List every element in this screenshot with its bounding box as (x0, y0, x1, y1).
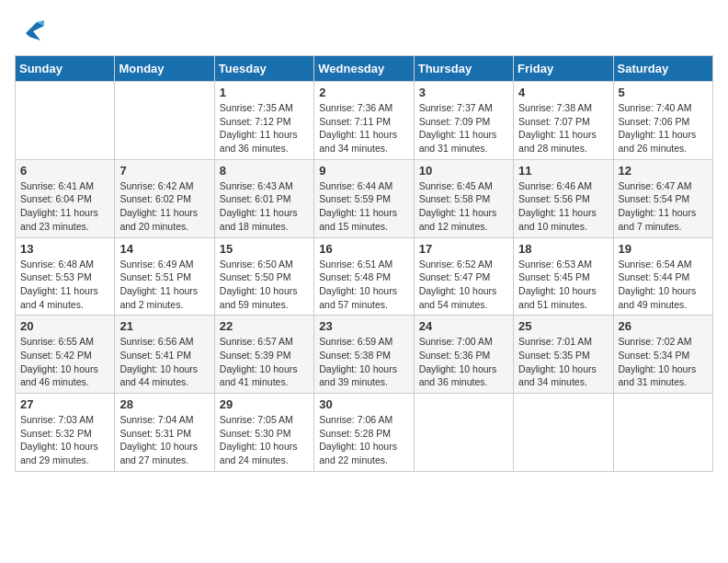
calendar-cell: 17Sunrise: 6:52 AM Sunset: 5:47 PM Dayli… (414, 237, 513, 316)
day-number: 20 (20, 319, 109, 333)
calendar-cell: 1Sunrise: 7:35 AM Sunset: 7:12 PM Daylig… (214, 82, 313, 160)
day-number: 1 (220, 86, 309, 99)
calendar-cell: 20Sunrise: 6:55 AM Sunset: 5:42 PM Dayli… (16, 316, 115, 394)
day-info: Sunrise: 6:53 AM Sunset: 5:45 PM Dayligh… (518, 258, 608, 312)
calendar-table: SundayMondayTuesdayWednesdayThursdayFrid… (15, 55, 713, 472)
calendar-cell: 25Sunrise: 7:01 AM Sunset: 5:35 PM Dayli… (514, 316, 613, 394)
calendar-cell: 21Sunrise: 6:56 AM Sunset: 5:41 PM Dayli… (115, 316, 214, 394)
day-info: Sunrise: 7:05 AM Sunset: 5:30 PM Dayligh… (220, 413, 309, 467)
day-info: Sunrise: 6:42 AM Sunset: 6:02 PM Dayligh… (119, 179, 209, 234)
calendar-cell: 26Sunrise: 7:02 AM Sunset: 5:34 PM Dayli… (613, 316, 712, 394)
column-header-tuesday: Tuesday (214, 56, 313, 82)
day-number: 5 (619, 86, 708, 99)
day-number: 2 (319, 86, 408, 99)
day-number: 12 (619, 164, 708, 178)
day-number: 7 (119, 164, 209, 178)
calendar-week-row: 20Sunrise: 6:55 AM Sunset: 5:42 PM Dayli… (16, 316, 713, 394)
svg-marker-0 (26, 22, 44, 40)
logo (15, 15, 48, 44)
calendar-cell: 22Sunrise: 6:57 AM Sunset: 5:39 PM Dayli… (214, 316, 313, 394)
day-info: Sunrise: 6:52 AM Sunset: 5:47 PM Dayligh… (419, 258, 508, 312)
calendar-cell (16, 82, 115, 160)
day-number: 23 (319, 319, 408, 333)
column-header-wednesday: Wednesday (314, 56, 414, 82)
calendar-cell: 10Sunrise: 6:45 AM Sunset: 5:58 PM Dayli… (414, 159, 513, 237)
calendar-cell: 13Sunrise: 6:48 AM Sunset: 5:53 PM Dayli… (16, 237, 115, 316)
day-info: Sunrise: 6:44 AM Sunset: 5:59 PM Dayligh… (319, 179, 408, 234)
day-info: Sunrise: 7:36 AM Sunset: 7:11 PM Dayligh… (319, 101, 408, 155)
day-number: 29 (220, 397, 309, 411)
day-info: Sunrise: 6:46 AM Sunset: 5:56 PM Dayligh… (518, 179, 608, 234)
day-number: 26 (619, 319, 708, 333)
day-number: 4 (518, 86, 608, 99)
day-info: Sunrise: 6:49 AM Sunset: 5:51 PM Dayligh… (119, 258, 209, 312)
day-info: Sunrise: 6:51 AM Sunset: 5:48 PM Dayligh… (319, 258, 408, 312)
day-number: 15 (220, 242, 309, 256)
day-number: 22 (220, 319, 309, 333)
calendar-cell: 27Sunrise: 7:03 AM Sunset: 5:32 PM Dayli… (16, 394, 115, 472)
day-number: 8 (220, 164, 309, 178)
column-header-sunday: Sunday (16, 56, 115, 82)
day-number: 11 (518, 164, 608, 178)
day-info: Sunrise: 7:01 AM Sunset: 5:35 PM Dayligh… (518, 335, 608, 389)
day-number: 17 (419, 242, 508, 256)
calendar-cell: 14Sunrise: 6:49 AM Sunset: 5:51 PM Dayli… (115, 237, 214, 316)
day-number: 14 (119, 242, 209, 256)
calendar-cell: 28Sunrise: 7:04 AM Sunset: 5:31 PM Dayli… (115, 394, 214, 472)
day-info: Sunrise: 7:04 AM Sunset: 5:31 PM Dayligh… (119, 413, 209, 467)
calendar-cell (613, 394, 712, 472)
day-info: Sunrise: 7:02 AM Sunset: 5:34 PM Dayligh… (619, 335, 708, 389)
column-header-friday: Friday (514, 56, 613, 82)
day-info: Sunrise: 6:41 AM Sunset: 6:04 PM Dayligh… (20, 179, 109, 234)
calendar-cell: 9Sunrise: 6:44 AM Sunset: 5:59 PM Daylig… (314, 159, 414, 237)
day-info: Sunrise: 7:06 AM Sunset: 5:28 PM Dayligh… (319, 413, 408, 467)
calendar-week-row: 1Sunrise: 7:35 AM Sunset: 7:12 PM Daylig… (16, 82, 713, 160)
day-info: Sunrise: 6:54 AM Sunset: 5:44 PM Dayligh… (619, 258, 708, 312)
day-info: Sunrise: 7:40 AM Sunset: 7:06 PM Dayligh… (619, 101, 708, 155)
day-info: Sunrise: 6:59 AM Sunset: 5:38 PM Dayligh… (319, 335, 408, 389)
calendar-cell: 19Sunrise: 6:54 AM Sunset: 5:44 PM Dayli… (613, 237, 712, 316)
day-info: Sunrise: 6:57 AM Sunset: 5:39 PM Dayligh… (220, 335, 309, 389)
day-info: Sunrise: 7:37 AM Sunset: 7:09 PM Dayligh… (419, 101, 508, 155)
day-info: Sunrise: 6:43 AM Sunset: 6:01 PM Dayligh… (220, 179, 309, 234)
calendar-cell: 3Sunrise: 7:37 AM Sunset: 7:09 PM Daylig… (414, 82, 513, 160)
day-info: Sunrise: 7:35 AM Sunset: 7:12 PM Dayligh… (220, 101, 309, 155)
calendar-cell: 2Sunrise: 7:36 AM Sunset: 7:11 PM Daylig… (314, 82, 414, 160)
calendar-week-row: 27Sunrise: 7:03 AM Sunset: 5:32 PM Dayli… (16, 394, 713, 472)
calendar-cell: 29Sunrise: 7:05 AM Sunset: 5:30 PM Dayli… (214, 394, 313, 472)
day-number: 21 (119, 319, 209, 333)
column-header-monday: Monday (115, 56, 214, 82)
day-info: Sunrise: 6:48 AM Sunset: 5:53 PM Dayligh… (20, 258, 109, 312)
day-info: Sunrise: 6:56 AM Sunset: 5:41 PM Dayligh… (119, 335, 209, 389)
page-header (15, 15, 713, 44)
day-number: 27 (20, 397, 109, 411)
day-number: 25 (518, 319, 608, 333)
calendar-cell (115, 82, 214, 160)
calendar-cell: 4Sunrise: 7:38 AM Sunset: 7:07 PM Daylig… (514, 82, 613, 160)
calendar-cell: 16Sunrise: 6:51 AM Sunset: 5:48 PM Dayli… (314, 237, 414, 316)
calendar-cell: 11Sunrise: 6:46 AM Sunset: 5:56 PM Dayli… (514, 159, 613, 237)
day-number: 3 (419, 86, 508, 99)
day-number: 9 (319, 164, 408, 178)
calendar-cell: 5Sunrise: 7:40 AM Sunset: 7:06 PM Daylig… (613, 82, 712, 160)
calendar-cell: 30Sunrise: 7:06 AM Sunset: 5:28 PM Dayli… (314, 394, 414, 472)
calendar-cell: 8Sunrise: 6:43 AM Sunset: 6:01 PM Daylig… (214, 159, 313, 237)
day-info: Sunrise: 6:50 AM Sunset: 5:50 PM Dayligh… (220, 258, 309, 312)
logo-bird-icon (18, 15, 48, 44)
day-number: 28 (119, 397, 209, 411)
calendar-header-row: SundayMondayTuesdayWednesdayThursdayFrid… (16, 56, 713, 82)
day-number: 10 (419, 164, 508, 178)
column-header-thursday: Thursday (414, 56, 513, 82)
day-number: 6 (20, 164, 109, 178)
calendar-cell: 18Sunrise: 6:53 AM Sunset: 5:45 PM Dayli… (514, 237, 613, 316)
calendar-cell: 6Sunrise: 6:41 AM Sunset: 6:04 PM Daylig… (16, 159, 115, 237)
calendar-cell (514, 394, 613, 472)
day-info: Sunrise: 6:45 AM Sunset: 5:58 PM Dayligh… (419, 179, 508, 234)
day-info: Sunrise: 7:38 AM Sunset: 7:07 PM Dayligh… (518, 101, 608, 155)
day-number: 30 (319, 397, 408, 411)
calendar-cell: 23Sunrise: 6:59 AM Sunset: 5:38 PM Dayli… (314, 316, 414, 394)
calendar-cell (414, 394, 513, 472)
day-number: 24 (419, 319, 508, 333)
day-number: 13 (20, 242, 109, 256)
day-number: 19 (619, 242, 708, 256)
